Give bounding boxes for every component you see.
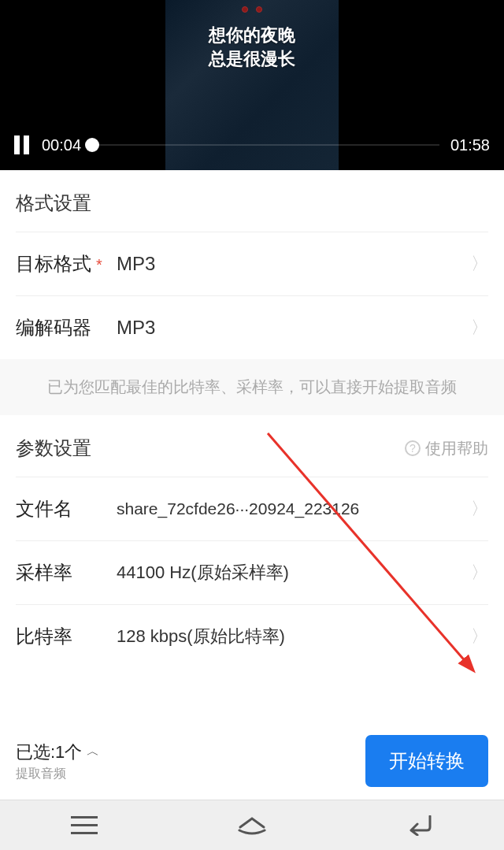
pause-icon[interactable] [14, 135, 29, 154]
sample-rate-row[interactable]: 采样率 44100 Hz(原始采样率) 〉 [16, 540, 488, 604]
target-format-value: MP3 [117, 253, 471, 275]
help-link[interactable]: ? 使用帮助 [405, 438, 488, 459]
video-indicators [242, 6, 262, 13]
param-section-title: 参数设置 [16, 436, 91, 461]
sample-rate-label: 采样率 [16, 560, 117, 585]
codec-label: 编解码器 [16, 315, 117, 340]
target-format-label: 目标格式* [16, 251, 117, 277]
total-time: 01:58 [450, 136, 490, 154]
selected-sub-label: 提取音频 [16, 766, 99, 782]
caret-up-icon: ︿ [87, 744, 99, 760]
player-controls: 00:04 01:58 [0, 135, 504, 154]
current-time: 00:04 [42, 136, 81, 154]
chevron-right-icon: 〉 [471, 625, 488, 648]
bitrate-label: 比特率 [16, 624, 117, 649]
system-nav-bar [0, 800, 504, 850]
home-button[interactable] [232, 811, 272, 840]
selected-count-label: 已选:1个 [16, 741, 82, 764]
help-label: 使用帮助 [425, 438, 488, 459]
bottom-bar: 已选:1个 ︿ 提取音频 开始转换 [0, 726, 504, 800]
target-format-row[interactable]: 目标格式* MP3 〉 [16, 232, 488, 295]
back-button[interactable] [400, 811, 439, 840]
bitrate-value: 128 kbps(原始比特率) [117, 625, 471, 648]
selected-info[interactable]: 已选:1个 ︿ 提取音频 [16, 741, 99, 782]
lyrics-line-1: 想你的夜晚 [209, 24, 295, 47]
chevron-right-icon: 〉 [471, 561, 488, 585]
filename-value: share_72cfde26···20924_223126 [117, 499, 471, 518]
hint-text: 已为您匹配最佳的比特率、采样率，可以直接开始提取音频 [0, 359, 504, 415]
bitrate-row[interactable]: 比特率 128 kbps(原始比特率) 〉 [16, 604, 488, 668]
help-icon: ? [405, 440, 421, 456]
menu-button[interactable] [65, 811, 104, 840]
lyrics-line-2: 总是很漫长 [209, 47, 295, 71]
start-convert-button[interactable]: 开始转换 [365, 735, 488, 787]
codec-value: MP3 [117, 317, 471, 339]
filename-row[interactable]: 文件名 share_72cfde26···20924_223126 〉 [16, 477, 488, 540]
codec-row[interactable]: 编解码器 MP3 〉 [16, 295, 488, 359]
chevron-right-icon: 〉 [471, 252, 488, 276]
menu-icon [71, 816, 98, 834]
sample-rate-value: 44100 Hz(原始采样率) [117, 561, 471, 585]
home-icon [237, 816, 267, 835]
filename-label: 文件名 [16, 496, 117, 522]
video-player: 想你的夜晚 总是很漫长 00:04 01:58 [0, 0, 504, 170]
format-section-title: 格式设置 [16, 170, 488, 232]
progress-handle[interactable] [85, 138, 99, 152]
chevron-right-icon: 〉 [471, 497, 488, 521]
chevron-right-icon: 〉 [471, 316, 488, 340]
back-icon [406, 815, 433, 836]
progress-bar[interactable] [92, 143, 439, 147]
